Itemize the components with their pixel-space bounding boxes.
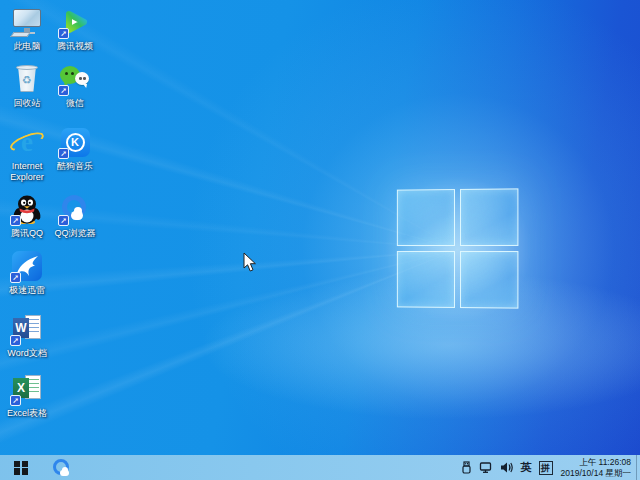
shortcut-arrow-badge: ➚ — [58, 85, 69, 96]
mouse-cursor — [243, 252, 258, 277]
shortcut-arrow-badge: ➚ — [10, 335, 21, 346]
shortcut-arrow-badge: ➚ — [10, 215, 21, 226]
shortcut-arrow-badge: ➚ — [58, 28, 69, 39]
internet-explorer-icon: e — [11, 126, 43, 158]
windows-logo-pane — [397, 251, 455, 308]
windows-logo-pane — [397, 189, 455, 246]
desktop-icon-label: Excel表格 — [7, 408, 47, 419]
desktop-icon-this-pc[interactable]: 此电脑 — [1, 6, 53, 52]
desktop-icon-tencent-video[interactable]: ➚ 腾讯视频 — [49, 6, 101, 52]
qq-browser-icon — [52, 458, 72, 478]
windows-logo-pane — [459, 251, 518, 309]
volume-icon[interactable] — [500, 461, 514, 474]
wechat-icon: ➚ — [59, 63, 91, 95]
this-pc-icon — [11, 6, 43, 38]
taskbar-item-qq-browser[interactable] — [42, 455, 82, 480]
tencent-qq-icon: ➚ — [11, 193, 43, 225]
desktop-icon-label: QQ浏览器 — [54, 228, 95, 239]
show-desktop-button[interactable] — [636, 455, 640, 480]
desktop-icon-wechat[interactable]: ➚ 微信 — [49, 63, 101, 109]
taskbar: 英 拼 上午 11:26:08 2019/10/14 星期一 — [0, 455, 640, 480]
clock-time: 上午 11:26:08 — [561, 457, 631, 468]
desktop-icon-label: Word文档 — [7, 348, 46, 359]
windows-logo-wallpaper — [397, 188, 519, 308]
tencent-video-icon: ➚ — [59, 6, 91, 38]
shortcut-arrow-badge: ➚ — [58, 148, 69, 159]
desktop-icon-internet-explorer[interactable]: e Internet Explorer — [1, 126, 53, 183]
word-document-icon: W ➚ — [11, 313, 43, 345]
shortcut-arrow-badge: ➚ — [10, 395, 21, 406]
desktop-icon-qq-browser[interactable]: ➚ QQ浏览器 — [49, 193, 101, 239]
desktop-icon-excel[interactable]: X ➚ Excel表格 — [1, 373, 53, 419]
kugou-music-icon: K ➚ — [59, 126, 91, 158]
qq-browser-icon: ➚ — [59, 193, 91, 225]
system-tray: 英 拼 — [461, 460, 553, 475]
shortcut-arrow-badge: ➚ — [10, 272, 21, 283]
desktop-icon-recycle-bin[interactable]: ♻ 回收站 — [1, 63, 53, 109]
shortcut-arrow-badge: ➚ — [58, 215, 69, 226]
desktop-icon-label: 此电脑 — [14, 41, 41, 52]
desktop-icon-label: 回收站 — [14, 98, 41, 109]
desktop-icon-word[interactable]: W ➚ Word文档 — [1, 313, 53, 359]
desktop-icon-label: 酷狗音乐 — [57, 161, 93, 172]
windows-start-icon — [14, 461, 28, 475]
desktop-icon-kugou-music[interactable]: K ➚ 酷狗音乐 — [49, 126, 101, 172]
network-icon[interactable] — [479, 461, 493, 474]
start-button[interactable] — [0, 455, 42, 480]
language-indicator[interactable]: 英 — [521, 460, 532, 475]
desktop-icon-tencent-qq[interactable]: ➚ 腾讯QQ — [1, 193, 53, 239]
desktop-icon-xunlei[interactable]: ➚ 极速迅雷 — [1, 250, 53, 296]
desktop-icon-label: 腾讯QQ — [11, 228, 43, 239]
usb-device-icon[interactable] — [461, 461, 472, 475]
recycle-bin-icon: ♻ — [11, 63, 43, 95]
windows-logo-pane — [459, 188, 518, 246]
desktop-icon-label: 极速迅雷 — [9, 285, 45, 296]
desktop-icon-label: 微信 — [66, 98, 84, 109]
desktop-icon-label: Internet Explorer — [1, 161, 53, 183]
taskbar-clock[interactable]: 上午 11:26:08 2019/10/14 星期一 — [561, 457, 631, 478]
excel-spreadsheet-icon: X ➚ — [11, 373, 43, 405]
clock-date: 2019/10/14 星期一 — [561, 468, 631, 479]
desktop-icon-label: 腾讯视频 — [57, 41, 93, 52]
ime-pinyin-indicator[interactable]: 拼 — [539, 461, 553, 475]
xunlei-icon: ➚ — [11, 250, 43, 282]
